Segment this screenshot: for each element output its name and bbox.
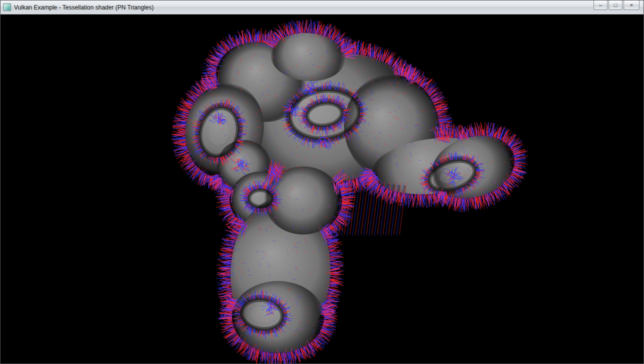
- app-icon: [4, 4, 11, 11]
- close-icon: ×: [630, 2, 633, 8]
- window-title: Vulkan Example - Tessellation shader (PN…: [14, 4, 154, 11]
- client-area: [0, 14, 644, 364]
- minimize-icon: –: [599, 2, 602, 8]
- maximize-button[interactable]: □: [608, 0, 622, 10]
- app-window: Vulkan Example - Tessellation shader (PN…: [0, 0, 644, 364]
- window-controls: – □ ×: [594, 0, 640, 10]
- close-button[interactable]: ×: [624, 0, 640, 10]
- title-bar[interactable]: Vulkan Example - Tessellation shader (PN…: [0, 0, 644, 14]
- render-viewport[interactable]: [0, 14, 644, 364]
- maximize-icon: □: [614, 2, 618, 8]
- minimize-button[interactable]: –: [594, 0, 608, 10]
